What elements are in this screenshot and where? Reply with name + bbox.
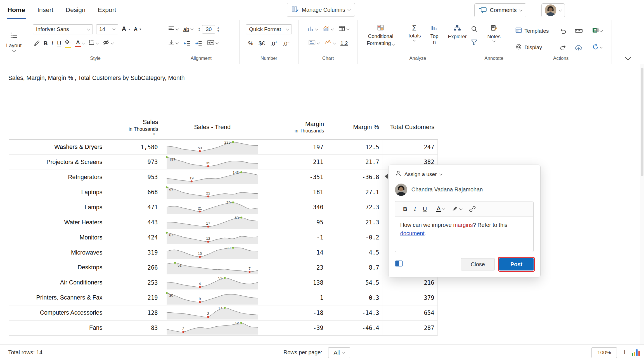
- column-header-trend[interactable]: Sales - Trend: [161, 115, 263, 139]
- sales-cell[interactable]: 253: [118, 275, 162, 290]
- account-menu-button[interactable]: [541, 3, 565, 17]
- trend-cell[interactable]: 19143: [161, 170, 263, 185]
- sales-cell[interactable]: 83: [118, 320, 162, 336]
- sales-cell[interactable]: 471: [118, 200, 162, 215]
- totals-button[interactable]: Σ Totals: [404, 23, 424, 41]
- bold-button[interactable]: B: [44, 40, 48, 47]
- row-label[interactable]: Monitors: [9, 230, 118, 245]
- sales-cell[interactable]: 1,580: [118, 140, 162, 155]
- zoom-level[interactable]: 100%: [591, 347, 617, 358]
- cell-chart-button[interactable]: [308, 39, 319, 47]
- trend-cell[interactable]: 452: [161, 275, 263, 290]
- row-label[interactable]: Desktops: [9, 260, 118, 275]
- margin-cell[interactable]: 95: [263, 215, 327, 230]
- column-header-customers[interactable]: Total Customers: [382, 115, 438, 139]
- scrollbar-thumb[interactable]: [641, 68, 643, 176]
- merge-cells-button[interactable]: [207, 39, 218, 47]
- margin-pct-cell[interactable]: 8.7: [327, 260, 382, 275]
- row-label[interactable]: Fans: [9, 320, 118, 336]
- increase-decimal-button[interactable]: .0+: [270, 40, 277, 47]
- comment-text-input[interactable]: How can we improve margins? Refer to thi…: [395, 217, 533, 252]
- trend-cell[interactable]: 212: [161, 320, 263, 336]
- collapse-ribbon-button[interactable]: [612, 20, 644, 64]
- row-label[interactable]: Washers & Dryers: [9, 140, 118, 155]
- sales-cell[interactable]: 424: [118, 230, 162, 245]
- font-size-select[interactable]: 14: [96, 24, 118, 35]
- search-button[interactable]: [471, 25, 478, 34]
- margin-cell[interactable]: -39: [263, 320, 327, 336]
- format-painter-button[interactable]: [33, 40, 40, 47]
- sales-cell[interactable]: 668: [118, 185, 162, 200]
- bold-button[interactable]: B: [400, 206, 410, 212]
- font-family-select[interactable]: Inforiver Sans: [33, 24, 93, 35]
- top-n-button[interactable]: Top n: [425, 23, 444, 45]
- row-label[interactable]: Printers, Scanners & Fax: [9, 290, 118, 305]
- decrease-indent-button[interactable]: [183, 41, 190, 46]
- percent-format-button[interactable]: %: [248, 40, 253, 47]
- margin-pct-cell[interactable]: 12.5: [327, 140, 382, 155]
- margin-pct-cell[interactable]: 54.5: [327, 275, 382, 290]
- quick-format-select[interactable]: Quick Format: [246, 24, 292, 35]
- row-height-control[interactable]: ↕ 30 ▲▼: [198, 25, 220, 34]
- row-label[interactable]: Microwaves: [9, 245, 118, 260]
- side-panel-toggle-button[interactable]: [395, 260, 403, 268]
- tab-insert[interactable]: Insert: [37, 0, 53, 20]
- customers-cell[interactable]: 654: [382, 305, 438, 320]
- increase-font-button[interactable]: A▲: [122, 26, 131, 33]
- margin-pct-cell[interactable]: 21.7: [327, 155, 382, 170]
- chart-table-button[interactable]: [338, 25, 349, 33]
- customers-cell[interactable]: 379: [382, 290, 438, 305]
- assign-user-dropdown[interactable]: Assign a user: [395, 170, 534, 178]
- margin-cell[interactable]: 14: [263, 245, 327, 260]
- sales-cell[interactable]: 128: [118, 305, 162, 320]
- margin-cell[interactable]: 1: [263, 290, 327, 305]
- borders-button[interactable]: [88, 39, 99, 48]
- tab-export[interactable]: Export: [98, 0, 116, 20]
- tab-design[interactable]: Design: [66, 0, 86, 20]
- zoom-out-button[interactable]: −: [580, 348, 584, 356]
- margin-pct-cell[interactable]: 4.5: [327, 245, 382, 260]
- margin-pct-cell[interactable]: -0.2: [327, 230, 382, 245]
- conditional-formatting-button[interactable]: Conditional Formatting: [358, 23, 404, 46]
- trend-cell[interactable]: 1763: [161, 215, 263, 230]
- column-header-margin[interactable]: Margin in Thousands: [263, 115, 327, 139]
- column-chart-button[interactable]: [307, 25, 318, 33]
- templates-button[interactable]: Templates: [515, 27, 555, 35]
- font-color-button[interactable]: A: [75, 40, 85, 47]
- notes-button[interactable]: Notes: [484, 23, 504, 42]
- column-header-sales[interactable]: Sales in Thousands ▾: [118, 115, 162, 139]
- margin-cell[interactable]: -1: [263, 230, 327, 245]
- row-label[interactable]: Water Heaters: [9, 215, 118, 230]
- sales-cell[interactable]: 953: [118, 170, 162, 185]
- highlighter-button[interactable]: [451, 205, 462, 213]
- publish-button[interactable]: [572, 44, 586, 51]
- trend-cell[interactable]: 317: [161, 305, 263, 320]
- undo-button[interactable]: [557, 28, 569, 34]
- wrap-text-button[interactable]: ab: [183, 26, 193, 32]
- italic-button[interactable]: I: [51, 40, 53, 46]
- vertical-scrollbar[interactable]: [640, 64, 644, 345]
- close-button[interactable]: Close: [461, 258, 494, 270]
- margin-cell[interactable]: 138: [263, 275, 327, 290]
- margin-pct-cell[interactable]: 0.3: [327, 290, 382, 305]
- comments-button[interactable]: Comments: [474, 3, 526, 17]
- margin-cell[interactable]: 181: [263, 185, 327, 200]
- sales-cell[interactable]: 973: [118, 155, 162, 170]
- trend-cell[interactable]: 1039: [161, 245, 263, 260]
- margin-pct-cell[interactable]: 72.3: [327, 200, 382, 215]
- trend-cell[interactable]: 53225: [161, 140, 263, 155]
- margin-cell[interactable]: 197: [263, 140, 327, 155]
- margin-pct-cell[interactable]: 21.3: [327, 215, 382, 230]
- sales-cell[interactable]: 266: [118, 260, 162, 275]
- customers-cell[interactable]: 287: [382, 320, 438, 336]
- measure-button[interactable]: [572, 28, 586, 34]
- trend-cell[interactable]: 35147: [161, 155, 263, 170]
- row-label[interactable]: Laptops: [9, 185, 118, 200]
- margin-pct-cell[interactable]: -14.3: [327, 305, 382, 320]
- margin-cell[interactable]: -351: [263, 170, 327, 185]
- trend-cell[interactable]: 2170: [161, 200, 263, 215]
- customers-cell[interactable]: 247: [382, 140, 438, 155]
- insert-link-button[interactable]: [469, 206, 476, 212]
- margin-cell[interactable]: -18: [263, 305, 327, 320]
- trend-cell[interactable]: 2297: [161, 185, 263, 200]
